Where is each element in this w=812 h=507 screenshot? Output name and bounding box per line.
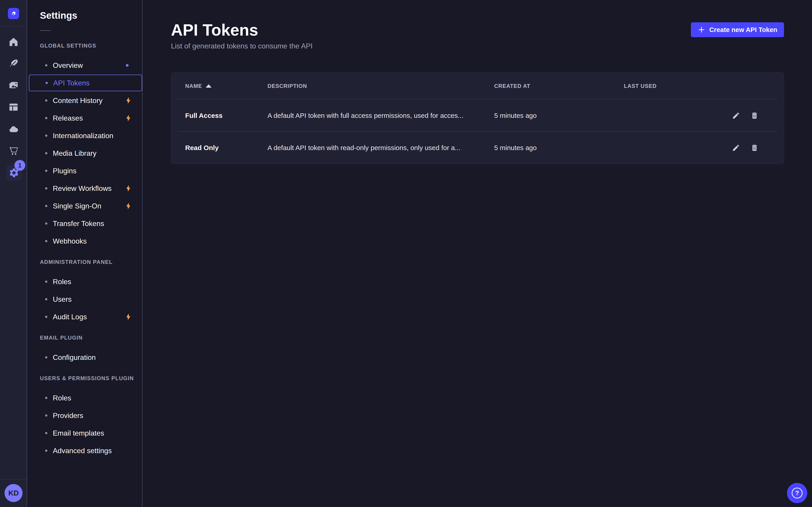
bullet-icon (45, 316, 47, 318)
token-created-at: 5 minutes ago (494, 112, 624, 119)
table-row-read-only[interactable]: Read Only A default API token with read-… (171, 131, 784, 164)
subnav-title-divider (40, 30, 51, 31)
section-header: GLOBAL SETTINGS (40, 43, 142, 49)
lightning-icon (124, 184, 132, 192)
sidebar-item-label: Plugins (53, 167, 77, 175)
table-row-full-access[interactable]: Full Access A default API token with ful… (171, 99, 784, 131)
create-api-token-label: Create new API Token (709, 26, 777, 34)
section-users-permissions-plugin: USERS & PERMISSIONS PLUGIN Roles Provide… (27, 375, 142, 459)
api-tokens-table: NAME DESCRIPTION CREATED AT LAST USED Fu… (171, 72, 784, 164)
sidebar-item-email-templates[interactable]: Email templates (29, 424, 142, 442)
bullet-icon (45, 152, 47, 154)
sidebar-item-label: Roles (53, 278, 71, 286)
bullet-icon (45, 298, 47, 300)
sidebar-item-roles-up[interactable]: Roles (29, 389, 142, 407)
trash-icon (750, 112, 759, 120)
sidebar-item-transfer-tokens[interactable]: Transfer Tokens (29, 215, 142, 232)
pencil-icon (732, 112, 740, 120)
strapi-logo[interactable] (8, 8, 19, 19)
strapi-logo-glyph (10, 10, 17, 17)
pencil-icon (732, 144, 740, 152)
sidebar-item-releases[interactable]: Releases (29, 109, 142, 127)
bullet-icon (45, 64, 47, 66)
section-global-settings: GLOBAL SETTINGS Overview API Tokens Cont… (27, 43, 142, 250)
sidebar-item-review-workflows[interactable]: Review Workflows (29, 180, 142, 197)
section-administration-panel: ADMINISTRATION PANEL Roles Users Audit L… (27, 259, 142, 326)
marketplace-cart-icon[interactable] (8, 146, 19, 156)
sidebar-item-providers[interactable]: Providers (29, 407, 142, 424)
settings-notification-badge: 1 (14, 160, 25, 171)
sidebar-item-label: Webhooks (53, 237, 87, 245)
bullet-icon (45, 222, 47, 225)
sidebar-item-internationalization[interactable]: Internationalization (29, 127, 142, 145)
content-manager-layout-icon[interactable] (8, 102, 19, 112)
sidebar-item-label: Advanced settings (53, 447, 112, 455)
bullet-icon (45, 397, 47, 399)
sidebar-item-overview[interactable]: Overview (29, 57, 142, 74)
user-avatar[interactable]: KD (4, 484, 22, 502)
sidebar-item-advanced-settings[interactable]: Advanced settings (29, 442, 142, 459)
iconbar-divider-bottom (0, 479, 27, 480)
sidebar-item-media-library[interactable]: Media Library (29, 145, 142, 162)
section-header: USERS & PERMISSIONS PLUGIN (40, 375, 142, 382)
question-mark-icon (792, 488, 803, 498)
bullet-icon (45, 187, 47, 189)
bullet-icon (45, 170, 47, 172)
bullet-icon (45, 205, 47, 207)
trash-icon (750, 144, 759, 152)
column-header-name[interactable]: NAME (185, 83, 267, 89)
delete-token-button[interactable] (750, 144, 759, 152)
help-button[interactable] (787, 483, 807, 503)
cloud-icon[interactable] (8, 124, 19, 134)
sidebar-item-label: Media Library (53, 149, 97, 158)
bullet-icon (46, 82, 48, 84)
home-icon[interactable] (8, 37, 19, 47)
sidebar-item-content-history[interactable]: Content History (29, 92, 142, 109)
main-nav-iconbar: 1 KD (0, 0, 27, 507)
token-created-at: 5 minutes ago (494, 144, 624, 152)
bullet-icon (45, 281, 47, 283)
iconbar-divider-top (0, 26, 27, 26)
column-header-created-at: CREATED AT (494, 83, 624, 89)
bullet-icon (45, 432, 47, 434)
plus-icon (698, 26, 705, 34)
sidebar-item-label: Overview (53, 61, 83, 70)
sidebar-item-label: Email templates (53, 429, 104, 437)
page-subtitle: List of generated tokens to consume the … (171, 42, 313, 50)
sidebar-item-roles-admin[interactable]: Roles (29, 273, 142, 290)
bullet-icon (45, 356, 47, 358)
content-feather-icon[interactable] (8, 58, 19, 69)
sidebar-item-label: API Tokens (53, 79, 90, 87)
sidebar-item-configuration[interactable]: Configuration (29, 349, 142, 366)
media-library-icon[interactable] (8, 80, 19, 91)
section-header: ADMINISTRATION PANEL (40, 259, 142, 265)
sidebar-item-label: Content History (53, 97, 103, 105)
edit-token-button[interactable] (732, 144, 740, 152)
column-header-label: DESCRIPTION (267, 83, 307, 89)
token-name: Read Only (185, 144, 267, 152)
delete-token-button[interactable] (750, 112, 759, 120)
sidebar-item-label: Roles (53, 394, 71, 402)
page-title: API Tokens (171, 21, 258, 39)
sidebar-item-api-tokens[interactable]: API Tokens (29, 74, 142, 91)
section-header: EMAIL PLUGIN (40, 335, 142, 341)
sidebar-item-label: Configuration (53, 353, 96, 362)
sidebar-item-audit-logs[interactable]: Audit Logs (29, 308, 142, 326)
token-name: Full Access (185, 112, 267, 119)
create-api-token-button[interactable]: Create new API Token (691, 22, 784, 37)
sidebar-item-users[interactable]: Users (29, 290, 142, 308)
main-content: API Tokens List of generated tokens to c… (143, 0, 812, 507)
table-header-row: NAME DESCRIPTION CREATED AT LAST USED (171, 72, 784, 99)
subnav-title: Settings (40, 10, 142, 21)
strapi-admin-settings-page: 1 KD Settings GLOBAL SETTINGS Overview A… (0, 0, 812, 507)
edit-token-button[interactable] (732, 112, 740, 120)
settings-subnav: Settings GLOBAL SETTINGS Overview API To… (27, 0, 143, 507)
column-header-label: LAST USED (624, 83, 657, 89)
sidebar-item-webhooks[interactable]: Webhooks (29, 232, 142, 250)
sidebar-item-label: Review Workflows (53, 184, 112, 193)
sidebar-item-label: Internationalization (53, 131, 113, 140)
sidebar-item-plugins[interactable]: Plugins (29, 162, 142, 180)
sidebar-item-label: Users (53, 295, 72, 303)
row-actions (720, 112, 784, 120)
sidebar-item-single-sign-on[interactable]: Single Sign-On (29, 197, 142, 215)
